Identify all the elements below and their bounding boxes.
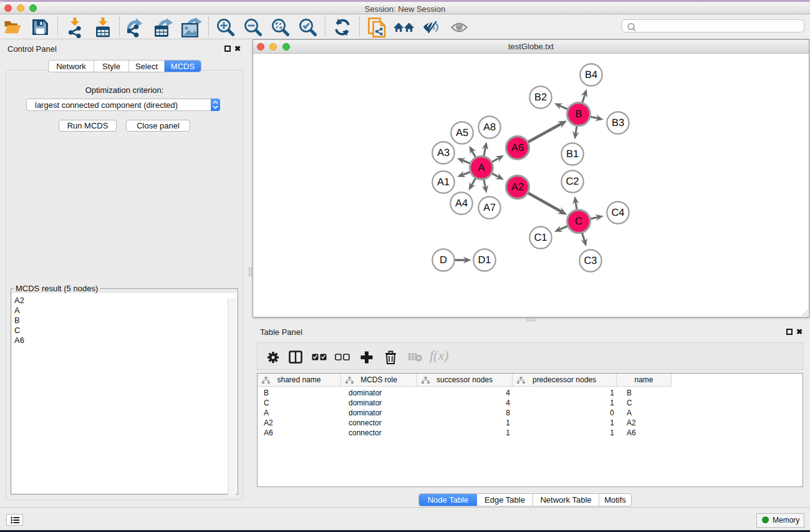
svg-text:D1: D1 — [478, 254, 491, 266]
svg-text:C2: C2 — [566, 176, 579, 187]
svg-text:A7: A7 — [483, 202, 496, 213]
svg-text:A1: A1 — [437, 177, 450, 188]
svg-text:B: B — [575, 109, 582, 120]
svg-text:A8: A8 — [483, 122, 496, 133]
svg-text:B4: B4 — [585, 69, 597, 80]
svg-text:A4: A4 — [455, 198, 468, 209]
svg-text:C1: C1 — [534, 232, 547, 243]
svg-text:D: D — [440, 254, 447, 266]
svg-text:A3: A3 — [437, 147, 450, 158]
svg-text:A2: A2 — [511, 181, 524, 193]
svg-text:C3: C3 — [584, 255, 597, 266]
svg-text:C: C — [575, 216, 582, 227]
svg-text:A: A — [478, 162, 485, 173]
svg-text:A6: A6 — [511, 142, 524, 153]
svg-text:B1: B1 — [566, 148, 579, 160]
svg-text:B3: B3 — [612, 117, 624, 128]
svg-text:A5: A5 — [456, 127, 468, 138]
svg-text:B2: B2 — [534, 92, 547, 103]
svg-text:C4: C4 — [611, 207, 624, 218]
